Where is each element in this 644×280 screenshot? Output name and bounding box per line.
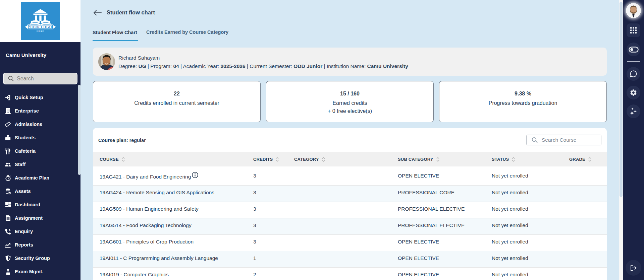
svg-text:HERE: HERE	[37, 30, 44, 32]
svg-text:YOUR LOGO: YOUR LOGO	[29, 25, 52, 29]
